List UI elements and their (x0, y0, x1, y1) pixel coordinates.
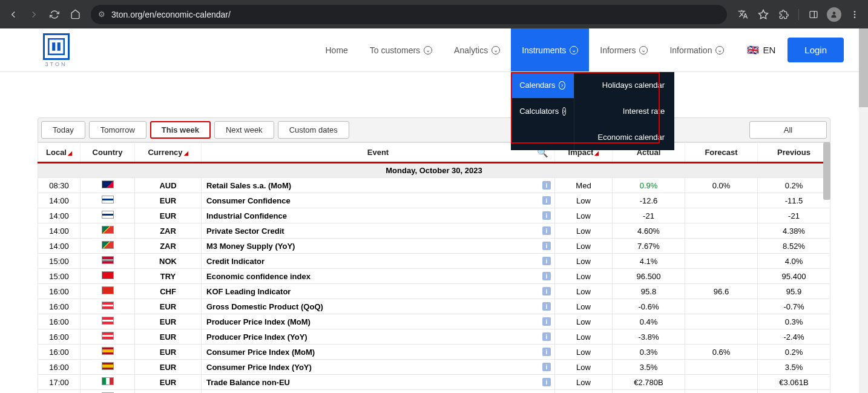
cell-country (81, 299, 135, 314)
header-country[interactable]: Country (81, 143, 135, 163)
dropdown-calendars[interactable]: Calendars› (511, 72, 574, 98)
cell-previous: 0.2% (758, 345, 830, 360)
table-scrollbar-thumb[interactable] (823, 142, 830, 200)
home-icon[interactable] (67, 6, 84, 23)
cell-event: Credit Indicatori (202, 254, 555, 269)
cell-actual: 7.67% (613, 239, 685, 254)
table-row[interactable]: 16:00EURProducer Price Index (YoY)iLow-3… (38, 329, 830, 345)
filter-row: Today Tomorrow This week Next week Custo… (38, 117, 830, 142)
dropdown-interest-rate[interactable]: Interest rate (574, 98, 674, 124)
cell-event: Gross Domestic Product w.d.a (YoY)i (202, 390, 555, 394)
header-local[interactable]: Local◢ (38, 143, 81, 163)
filter-custom-dates[interactable]: Custom dates (278, 121, 349, 139)
filter-today[interactable]: Today (41, 121, 85, 139)
table-row[interactable]: 14:00EURConsumer ConfidenceiLow-12.6-11.… (38, 193, 830, 208)
nav-analytics[interactable]: Analytics⌄ (443, 28, 511, 71)
cell-impact: Low (555, 314, 613, 329)
info-icon[interactable]: i (542, 257, 551, 265)
info-icon[interactable]: i (542, 332, 551, 341)
login-button[interactable]: Login (787, 38, 844, 62)
cell-forecast: 0.0% (685, 178, 758, 193)
info-icon[interactable]: i (542, 226, 551, 235)
extensions-icon[interactable] (775, 6, 792, 23)
cell-currency: EUR (135, 390, 202, 394)
dropdown-calculators[interactable]: Calculators› (511, 98, 574, 124)
cell-event: Gross Domestic Product (QoQ)i (202, 299, 555, 314)
cell-actual: 0.4% (613, 314, 685, 329)
page-scrollbar-thumb[interactable] (859, 28, 868, 107)
cell-country (81, 254, 135, 269)
table-row[interactable]: 16:00EURConsumer Price Index (MoM)iLow0.… (38, 345, 830, 360)
logo[interactable]: 3TON (36, 33, 76, 67)
sort-icon: ◢ (68, 150, 72, 156)
side-panel-icon[interactable] (805, 6, 822, 23)
table-row[interactable]: 16:00EURGross Domestic Product (QoQ)iLow… (38, 299, 830, 314)
table-row[interactable]: 15:00TRYEconomic confidence indexiLow96.… (38, 269, 830, 284)
country-flag-icon (102, 271, 114, 279)
table-row[interactable]: 14:00EURIndustrial ConfidenceiLow-21-21 (38, 208, 830, 223)
cell-time: 16:00 (38, 284, 81, 299)
table-row[interactable]: 16:00EURProducer Price Index (MoM)iLow0.… (38, 314, 830, 329)
svg-point-4 (854, 13, 856, 15)
filter-tomorrow[interactable]: Tomorrow (89, 121, 146, 139)
info-icon[interactable]: i (542, 378, 551, 386)
date-header-row: Monday, October 30, 2023 (38, 163, 830, 178)
chevron-right-icon: › (562, 107, 565, 116)
country-flag-icon (102, 332, 114, 340)
table-row[interactable]: 17:00EURGross Domestic Product w.d.a (Yo… (38, 390, 830, 394)
nav-to-customers[interactable]: To customers⌄ (359, 28, 443, 71)
forward-icon (25, 6, 42, 23)
cell-currency: EUR (135, 299, 202, 314)
cell-currency: EUR (135, 208, 202, 223)
info-icon[interactable]: i (542, 348, 551, 356)
country-flag-icon (102, 302, 114, 309)
info-icon[interactable]: i (542, 242, 551, 250)
info-icon[interactable]: i (542, 317, 551, 326)
info-icon[interactable]: i (542, 272, 551, 280)
dropdown-economic-calendar[interactable]: Economic calendar (574, 124, 674, 150)
info-icon[interactable]: i (542, 287, 551, 296)
nav-informers[interactable]: Informers⌄ (589, 28, 659, 71)
cell-actual: 4.1% (613, 254, 685, 269)
country-flag-icon (102, 211, 114, 219)
header-forecast[interactable]: Forecast (685, 143, 758, 163)
cell-event: Consumer Confidencei (202, 193, 555, 208)
table-row[interactable]: 08:30AUDRetail Sales s.a. (MoM)iMed0.9%0… (38, 178, 830, 193)
filter-all[interactable]: All (749, 121, 827, 139)
site-info-icon[interactable]: ⚙ (98, 10, 105, 19)
menu-icon[interactable] (846, 6, 863, 23)
table-row[interactable]: 16:00CHFKOF Leading IndicatoriLow95.896.… (38, 284, 830, 299)
info-icon[interactable]: i (542, 363, 551, 371)
header-previous[interactable]: Previous (758, 143, 830, 163)
reload-icon[interactable] (46, 6, 63, 23)
table-row[interactable]: 14:00ZARPrivate Sector CreditiLow4.60%4.… (38, 223, 830, 239)
table-row[interactable]: 14:00ZARM3 Money Supply (YoY)iLow7.67%8.… (38, 239, 830, 254)
table-row[interactable]: 17:00EURTrade Balance non-EUiLow€2.780B€… (38, 375, 830, 390)
info-icon[interactable]: i (542, 211, 551, 220)
table-row[interactable]: 16:00EURConsumer Price Index (YoY)iLow3.… (38, 360, 830, 375)
translate-icon[interactable] (734, 6, 751, 23)
nav-information[interactable]: Information⌄ (659, 28, 735, 71)
dropdown-holidays-calendar[interactable]: Holidays calendar (574, 72, 674, 98)
info-icon[interactable]: i (542, 181, 551, 190)
cell-country (81, 239, 135, 254)
page-scrollbar[interactable] (859, 28, 868, 393)
header-currency[interactable]: Currency◢ (135, 143, 202, 163)
table-row[interactable]: 15:00NOKCredit IndicatoriLow4.1%4.0% (38, 254, 830, 269)
info-icon[interactable]: i (542, 302, 551, 311)
cell-event: Trade Balance non-EUi (202, 375, 555, 390)
cell-impact: Low (555, 193, 613, 208)
address-bar[interactable]: ⚙ 3ton.org/en/economic-calendar/ (91, 5, 727, 24)
filter-next-week[interactable]: Next week (214, 121, 274, 139)
country-flag-icon (102, 347, 114, 355)
nav-instruments[interactable]: Instruments⌄ Calendars› Calculators› Hol… (511, 28, 589, 71)
language-selector[interactable]: 🇬🇧 EN (747, 44, 775, 56)
cell-previous: -0.7% (758, 299, 830, 314)
nav-home[interactable]: Home (315, 28, 359, 71)
bookmark-icon[interactable] (755, 6, 772, 23)
back-icon[interactable] (5, 6, 22, 23)
info-icon[interactable]: i (542, 196, 551, 205)
profile-icon[interactable] (826, 6, 843, 23)
header-event[interactable]: Event🔍 (202, 143, 555, 163)
filter-this-week[interactable]: This week (150, 121, 211, 139)
